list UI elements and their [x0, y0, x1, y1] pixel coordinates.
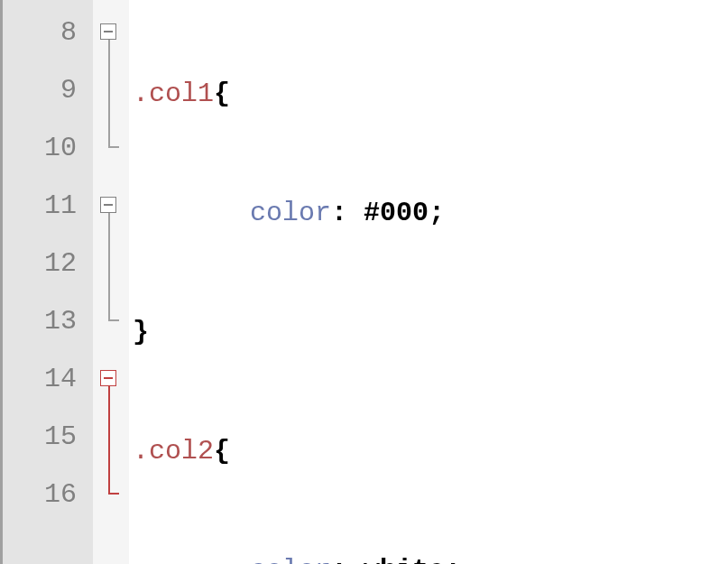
- line-number[interactable]: 12: [3, 235, 93, 292]
- code-line[interactable]: color: white;: [129, 541, 728, 564]
- fold-toggle-icon[interactable]: [100, 23, 116, 40]
- code-area[interactable]: .col1{ color: #000; } .col2{ color: whit…: [129, 0, 728, 564]
- code-line[interactable]: .col1{: [129, 65, 728, 123]
- line-number[interactable]: 16: [3, 466, 93, 523]
- brace-open: {: [214, 79, 230, 109]
- line-number-gutter: 8 9 10 11 12 13 14 15 16: [3, 0, 93, 564]
- fold-guide-line: [108, 40, 110, 148]
- line-number[interactable]: 8: [3, 4, 93, 61]
- line-number[interactable]: 15: [3, 408, 93, 466]
- colon: :: [331, 198, 347, 228]
- line-number[interactable]: 10: [3, 119, 93, 177]
- semicolon: ;: [445, 555, 461, 564]
- css-property: color: [250, 555, 331, 564]
- line-number[interactable]: 11: [3, 177, 93, 235]
- css-value: white: [347, 555, 445, 564]
- fold-guide-line: [108, 386, 110, 495]
- semicolon: ;: [429, 198, 445, 228]
- brace-close: }: [133, 317, 149, 347]
- code-editor: 8 9 10 11 12 13 14 15 16 .col1{ color: #…: [0, 0, 728, 564]
- fold-guide-line: [108, 213, 110, 321]
- css-property: color: [250, 198, 331, 228]
- colon: :: [331, 555, 347, 564]
- css-selector: .col2: [133, 436, 214, 467]
- line-number[interactable]: 9: [3, 61, 93, 119]
- code-line[interactable]: }: [129, 303, 728, 361]
- line-number[interactable]: 13: [3, 292, 93, 350]
- brace-open: {: [214, 436, 230, 467]
- code-line[interactable]: color: #000;: [129, 184, 728, 242]
- fold-gutter: [93, 0, 129, 564]
- fold-end-icon: [108, 319, 119, 321]
- fold-toggle-icon[interactable]: [100, 197, 116, 213]
- code-line[interactable]: .col2{: [129, 422, 728, 480]
- fold-end-icon: [108, 146, 119, 148]
- css-value: #000: [347, 198, 429, 228]
- fold-toggle-icon[interactable]: [100, 370, 116, 386]
- css-selector: .col1: [133, 79, 214, 109]
- fold-end-icon: [108, 493, 119, 495]
- line-number[interactable]: 14: [3, 350, 93, 408]
